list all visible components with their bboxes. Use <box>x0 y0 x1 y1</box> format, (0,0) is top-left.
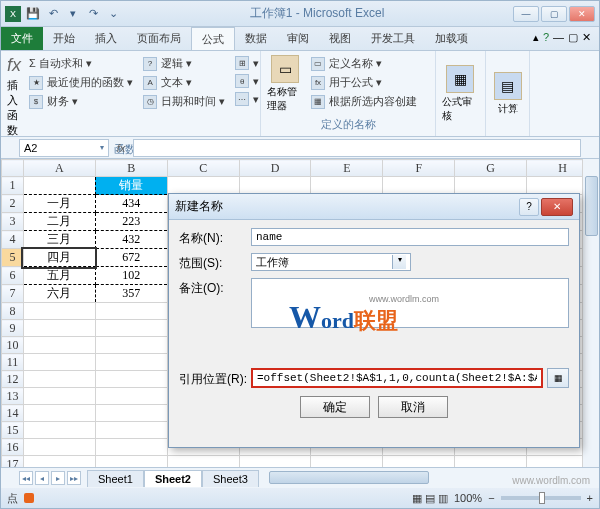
cell[interactable]: 672 <box>95 249 167 267</box>
row-header[interactable]: 8 <box>2 303 24 320</box>
ref-collapse-button[interactable]: ▦ <box>547 368 569 388</box>
close-button[interactable]: ✕ <box>569 6 595 22</box>
scrollbar-thumb[interactable] <box>585 176 598 236</box>
cancel-button[interactable]: 取消 <box>378 396 448 418</box>
tab-review[interactable]: 审阅 <box>277 27 319 50</box>
restore-button[interactable]: ▢ <box>541 6 567 22</box>
insert-function-button[interactable]: fx 插入函数 <box>5 53 23 140</box>
math-button[interactable]: θ▾ <box>233 73 261 89</box>
tab-formula[interactable]: 公式 <box>191 27 235 50</box>
cell[interactable]: 三月 <box>23 231 95 249</box>
dropdown-arrow-icon[interactable]: ▾ <box>392 255 406 269</box>
tab-view[interactable]: 视图 <box>319 27 361 50</box>
dialog-help-button[interactable]: ? <box>519 198 539 216</box>
col-header[interactable]: F <box>383 160 455 177</box>
row-header[interactable]: 3 <box>2 213 24 231</box>
sheet-first-icon[interactable]: ◂◂ <box>19 471 33 485</box>
name-box-arrow-icon[interactable]: ▾ <box>100 143 104 152</box>
row-header[interactable]: 11 <box>2 354 24 371</box>
tab-insert[interactable]: 插入 <box>85 27 127 50</box>
tab-home[interactable]: 开始 <box>43 27 85 50</box>
name-box[interactable]: A2 ▾ <box>19 139 109 157</box>
row-header[interactable]: 15 <box>2 422 24 439</box>
row-header[interactable]: 17 <box>2 456 24 468</box>
save-icon[interactable]: 💾 <box>25 6 41 22</box>
workbook-close-icon[interactable]: ✕ <box>582 31 591 46</box>
sheet-last-icon[interactable]: ▸▸ <box>67 471 81 485</box>
cell[interactable]: 357 <box>95 285 167 303</box>
autosum-button[interactable]: Σ 自动求和 ▾ <box>27 55 135 72</box>
zoom-in-icon[interactable]: + <box>587 492 593 504</box>
cell[interactable]: 102 <box>95 267 167 285</box>
ref-input[interactable] <box>251 368 543 388</box>
datetime-button[interactable]: ◷日期和时间 ▾ <box>141 93 227 110</box>
use-in-formula-button[interactable]: fx用于公式 ▾ <box>309 74 419 91</box>
workbook-max-icon[interactable]: ▢ <box>568 31 578 46</box>
ribbon-collapse-icon[interactable]: ▴ <box>533 31 539 46</box>
row-header[interactable]: 4 <box>2 231 24 249</box>
name-input[interactable] <box>251 228 569 246</box>
zoom-slider[interactable] <box>501 496 581 500</box>
qat-more-icon[interactable]: ⌄ <box>105 6 121 22</box>
col-header[interactable]: A <box>23 160 95 177</box>
minimize-button[interactable]: — <box>513 6 539 22</box>
create-from-selection-button[interactable]: ▦根据所选内容创建 <box>309 93 419 110</box>
cell-selected[interactable]: 四月 <box>23 249 95 267</box>
dialog-close-button[interactable]: ✕ <box>541 198 573 216</box>
row-header[interactable]: 1 <box>2 177 24 195</box>
select-all-corner[interactable] <box>2 160 24 177</box>
row-header[interactable]: 5 <box>2 249 24 267</box>
name-manager-button[interactable]: ▭ 名称管理器 <box>265 53 305 115</box>
tab-data[interactable]: 数据 <box>235 27 277 50</box>
financial-button[interactable]: $财务 ▾ <box>27 93 135 110</box>
sheet-prev-icon[interactable]: ◂ <box>35 471 49 485</box>
workbook-min-icon[interactable]: — <box>553 31 564 46</box>
row-header[interactable]: 9 <box>2 320 24 337</box>
redo-icon[interactable]: ↷ <box>85 6 101 22</box>
qat-dropdown-icon[interactable]: ▾ <box>65 6 81 22</box>
col-header[interactable]: E <box>311 160 383 177</box>
dialog-titlebar[interactable]: 新建名称 ? ✕ <box>169 194 579 220</box>
col-header[interactable]: D <box>239 160 311 177</box>
define-name-button[interactable]: ▭定义名称 ▾ <box>309 55 419 72</box>
record-macro-icon[interactable] <box>24 493 34 503</box>
cell[interactable]: 一月 <box>23 195 95 213</box>
cell[interactable]: 六月 <box>23 285 95 303</box>
sheet-next-icon[interactable]: ▸ <box>51 471 65 485</box>
row-header[interactable]: 10 <box>2 337 24 354</box>
col-header[interactable]: G <box>455 160 527 177</box>
sheet-tab[interactable]: Sheet3 <box>202 470 259 487</box>
text-button[interactable]: A文本 ▾ <box>141 74 227 91</box>
tab-file[interactable]: 文件 <box>1 27 43 50</box>
sheet-tab[interactable]: Sheet1 <box>87 470 144 487</box>
row-header[interactable]: 13 <box>2 388 24 405</box>
row-header[interactable]: 12 <box>2 371 24 388</box>
formula-input[interactable] <box>133 139 581 157</box>
row-header[interactable]: 16 <box>2 439 24 456</box>
logical-button[interactable]: ?逻辑 ▾ <box>141 55 227 72</box>
ok-button[interactable]: 确定 <box>300 396 370 418</box>
cell[interactable]: 二月 <box>23 213 95 231</box>
calculation-button[interactable]: ▤计算 <box>490 53 525 134</box>
cell[interactable]: 434 <box>95 195 167 213</box>
recent-fn-button[interactable]: ★最近使用的函数 ▾ <box>27 74 135 91</box>
undo-icon[interactable]: ↶ <box>45 6 61 22</box>
zoom-out-icon[interactable]: − <box>488 492 494 504</box>
more-fn-button[interactable]: ⋯▾ <box>233 91 261 107</box>
row-header[interactable]: 14 <box>2 405 24 422</box>
row-header[interactable]: 6 <box>2 267 24 285</box>
tab-layout[interactable]: 页面布局 <box>127 27 191 50</box>
tab-addin[interactable]: 加载项 <box>425 27 478 50</box>
row-header[interactable]: 7 <box>2 285 24 303</box>
fx-button-icon[interactable]: fx <box>109 142 133 154</box>
lookup-button[interactable]: ⊞▾ <box>233 55 261 71</box>
cell[interactable]: 223 <box>95 213 167 231</box>
scrollbar-thumb[interactable] <box>269 471 429 484</box>
formula-audit-button[interactable]: ▦公式审核 <box>440 53 480 134</box>
vertical-scrollbar[interactable] <box>582 159 599 467</box>
cell[interactable]: 432 <box>95 231 167 249</box>
view-buttons[interactable]: ▦ ▤ ▥ <box>412 492 448 505</box>
zoom-knob[interactable] <box>539 492 545 504</box>
col-header[interactable]: C <box>167 160 239 177</box>
row-header[interactable]: 2 <box>2 195 24 213</box>
